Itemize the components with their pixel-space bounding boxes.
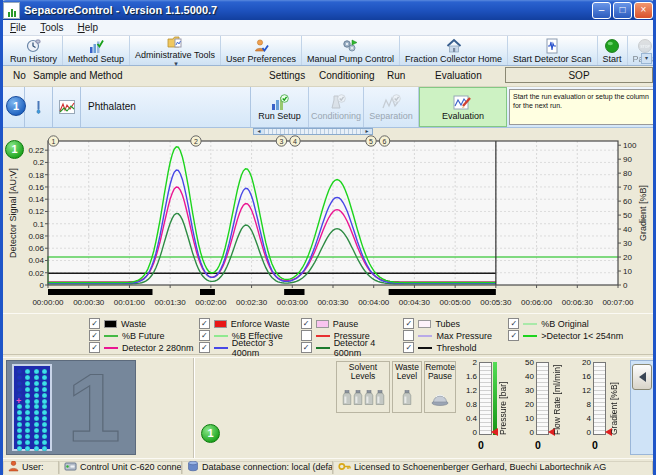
svg-text:30: 30: [623, 239, 632, 248]
tube-dot: [17, 434, 22, 439]
queue-header: No Sample and Method Settings Conditioni…: [3, 66, 653, 87]
legend-swatch: [214, 347, 228, 349]
legend-checkbox[interactable]: ✓: [89, 342, 100, 353]
legend-checkbox[interactable]: ✓: [508, 318, 519, 329]
remote-pause-button-icon[interactable]: [430, 391, 450, 408]
chromatogram-chart[interactable]: 0.220.20.180.160.140.120.10.080.060.040.…: [3, 135, 653, 313]
status-bar: User:Control Unit C-620 connectedDatabas…: [3, 458, 653, 475]
gauge-value: 0: [458, 439, 504, 451]
steps-scrollbar[interactable]: ◄ ►: [253, 128, 373, 135]
start-button[interactable]: Start: [598, 36, 628, 65]
scroll-left-icon[interactable]: ◄: [254, 129, 264, 134]
legend-checkbox[interactable]: ✓: [301, 342, 312, 353]
menu-file[interactable]: File: [10, 22, 26, 33]
manual-pump-control-button[interactable]: Manual Pump Control: [302, 36, 400, 65]
legend-checkbox[interactable]: ✓: [508, 330, 519, 341]
tube-dot: [42, 387, 47, 392]
legend-checkbox[interactable]: [403, 330, 414, 341]
svg-text:70: 70: [623, 183, 632, 192]
tube-dot: [34, 428, 39, 433]
svg-text:100: 100: [623, 141, 637, 150]
tube-dot: [25, 404, 30, 409]
gauge-range-bar: [493, 362, 497, 435]
legend-checkbox[interactable]: ✓: [199, 330, 210, 341]
tube-dot: [17, 446, 22, 451]
start-detector-scan-button[interactable]: Start Detector Scan: [508, 36, 598, 65]
step-conditioning[interactable]: Conditioning: [309, 87, 364, 127]
fraction-collector-home-button[interactable]: Fraction Collector Home: [400, 36, 508, 65]
collector-home-icon: [446, 38, 462, 54]
legend-swatch: [418, 347, 432, 349]
tube-dot: [34, 387, 39, 392]
gradient-b-gauge: 201612840Gradient [%B]0: [572, 360, 628, 455]
legend-swatch: [316, 320, 329, 328]
legend-item-detector-2-280nm: ✓Detector 2 280nm: [89, 342, 199, 353]
svg-text:0: 0: [40, 281, 45, 290]
svg-text:0.16: 0.16: [28, 183, 44, 192]
trace-legend: ✓Waste✓%B Future✓Detector 2 280nm✓Enforc…: [3, 313, 653, 354]
legend-checkbox[interactable]: ✓: [403, 342, 414, 353]
queue-row[interactable]: 1 Phthalaten Run Setup Conditioning Sepa…: [3, 87, 653, 128]
step-separation[interactable]: Separation: [364, 87, 419, 127]
close-button[interactable]: ×: [634, 2, 653, 19]
legend-item-detector-3-400nm: ✓Detector 3 400nm: [199, 342, 301, 353]
menu-help[interactable]: Help: [77, 22, 98, 33]
tube-dot: [25, 387, 30, 392]
step-run-setup[interactable]: Run Setup: [251, 87, 309, 127]
administrative-tools-button[interactable]: Administrative Tools▾: [130, 36, 221, 65]
run-setup-icon: [270, 94, 289, 111]
user-preferences-button[interactable]: User Preferences: [221, 36, 302, 65]
legend-checkbox[interactable]: ✓: [89, 318, 100, 329]
gauge-tube: [479, 362, 492, 435]
menu-tools[interactable]: Tools: [40, 22, 63, 33]
fraction-rack[interactable]: + 1: [6, 360, 136, 455]
svg-text:0.04: 0.04: [28, 256, 44, 265]
legend-checkbox[interactable]: ✓: [403, 318, 414, 329]
run-history-button[interactable]: Run History: [5, 36, 63, 65]
sample-name[interactable]: Phthalaten: [81, 87, 251, 127]
tube-dot: [25, 381, 30, 386]
restore-button[interactable]: □: [613, 2, 632, 19]
tube-tray[interactable]: +: [12, 364, 52, 451]
legend-swatch: [523, 335, 537, 337]
col-sample-method: Sample and Method: [33, 70, 123, 81]
svg-text:00:03:00: 00:03:00: [277, 298, 309, 307]
tube-dot: [42, 399, 47, 404]
col-evaluation: Evaluation: [435, 70, 482, 81]
tube-dot: [42, 440, 47, 445]
method-setup-icon: [88, 38, 104, 54]
legend-swatch: [104, 335, 118, 337]
toolbar-options-icon[interactable]: ▾: [641, 53, 652, 64]
tube-dot: [17, 422, 22, 427]
legend-checkbox[interactable]: ✓: [89, 330, 100, 341]
svg-text:5: 5: [369, 138, 373, 145]
legend-checkbox[interactable]: ✓: [199, 342, 210, 353]
legend-checkbox[interactable]: ✓: [301, 318, 312, 329]
legend-swatch: [418, 320, 431, 328]
tube-dot: [42, 393, 47, 398]
legend-item-b-future: ✓%B Future: [89, 330, 199, 341]
tube-dot: [25, 416, 30, 421]
user-icon: [8, 461, 19, 474]
svg-text:0.14: 0.14: [28, 195, 44, 204]
admin-tools-icon: [167, 34, 183, 50]
legend-checkbox[interactable]: [301, 330, 312, 341]
svg-text:00:04:00: 00:04:00: [358, 298, 390, 307]
svg-text:00:05:30: 00:05:30: [480, 298, 512, 307]
flow-rate-ml-min-gauge: 50403020100Flow Rate [ml/min]0: [515, 360, 571, 455]
app-window: SepacoreControl - Version 1.1.5000.7 – □…: [0, 0, 656, 475]
panel-collapse-strip: [630, 360, 654, 455]
svg-text:2: 2: [194, 138, 198, 145]
step-evaluation[interactable]: Evaluation: [419, 87, 507, 127]
tube-dot: [25, 434, 30, 439]
collapse-panel-button[interactable]: [632, 364, 652, 390]
minimize-button[interactable]: –: [592, 2, 611, 19]
svg-text:6: 6: [383, 138, 387, 145]
pause-stop-icon: STOP: [637, 38, 653, 54]
tube-dot: [42, 375, 47, 380]
scroll-right-icon[interactable]: ►: [362, 129, 372, 134]
method-setup-button[interactable]: Method Setup: [63, 36, 130, 65]
status-database-connectio: Database connection: local (default): [182, 461, 333, 474]
sample-injection-icon: [25, 87, 53, 127]
legend-checkbox[interactable]: ✓: [199, 318, 210, 329]
